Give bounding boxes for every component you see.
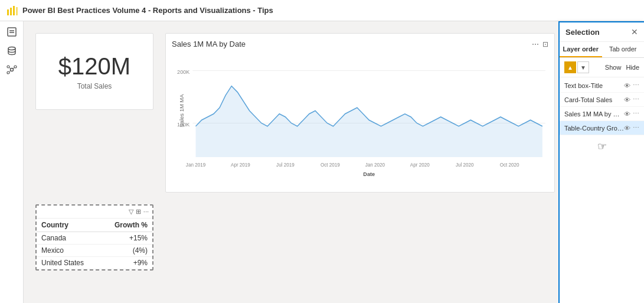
selection-tabs: Layer order Tab order (560, 42, 644, 58)
card-value: $120M (58, 53, 130, 80)
card-total-sales[interactable]: $120M Total Sales (35, 33, 153, 110)
col-growth: Growth % (100, 219, 152, 232)
cell-country-2: Mexico (37, 245, 100, 257)
arrow-group: ▲ ▼ (564, 61, 589, 73)
svg-point-11 (7, 71, 9, 74)
table-container[interactable]: ▽ ⊞ ··· Country Growth % Canada +15% (35, 204, 153, 271)
card-label: Total Sales (77, 82, 112, 90)
visibility-icon-table[interactable]: 👁 (624, 125, 630, 132)
filter-icon[interactable]: ▽ (129, 208, 133, 216)
cell-country-3: United States (37, 257, 100, 269)
hide-label: Hide (626, 64, 639, 71)
show-label: Show (605, 64, 622, 71)
svg-point-7 (8, 47, 15, 50)
data-table: Country Growth % Canada +15% Mexico (4%)… (37, 219, 152, 269)
chart-icons: ⋯ ⊡ (532, 40, 548, 48)
table-row: Canada +15% (37, 232, 152, 245)
chart-focus-icon[interactable]: ⊡ (542, 40, 548, 48)
more-icon-chart[interactable]: ⋯ (633, 110, 639, 118)
main-layout: $120M Total Sales Sales 1M MA by Date ⋯ … (0, 21, 644, 303)
svg-rect-1 (10, 8, 12, 15)
chart-container[interactable]: Sales 1M MA by Date ⋯ ⊡ Sales 1M MA 200K… (165, 33, 555, 193)
svg-text:Oct 2019: Oct 2019 (321, 162, 340, 168)
table-row: United States +9% (37, 257, 152, 269)
layer-item-table[interactable]: Table-Country Growth 👁 ⋯ (560, 121, 644, 135)
chart-title: Sales 1M MA by Date (172, 40, 246, 48)
more-icon[interactable]: ··· (143, 208, 149, 216)
hand-cursor-icon: ☞ (597, 140, 607, 153)
title-bar: Power BI Best Practices Volume 4 - Repor… (0, 0, 644, 21)
chart-body: Sales 1M MA 200K 150K Jan 2019 Apr 2019 … (172, 52, 548, 182)
layer-icons-table: 👁 ⋯ (624, 124, 639, 132)
layer-item-textbox[interactable]: Text box-Title 👁 ⋯ (560, 79, 644, 93)
table-toolbar: ▽ ⊞ ··· (37, 206, 152, 219)
more-icon-card[interactable]: ⋯ (633, 96, 639, 103)
svg-rect-3 (16, 7, 18, 15)
page-title: Power BI Best Practices Volume 4 - Repor… (22, 6, 273, 15)
selection-title: Selection (565, 28, 600, 37)
cell-growth-3: +9% (100, 257, 152, 269)
col-country: Country (37, 219, 100, 232)
svg-text:Jul 2019: Jul 2019 (276, 162, 295, 168)
visibility-icon-textbox[interactable]: 👁 (624, 82, 630, 89)
chart-more-icon[interactable]: ⋯ (532, 40, 539, 48)
more-icon-table[interactable]: ⋯ (633, 124, 639, 132)
tab-layer-order[interactable]: Layer order (560, 42, 602, 57)
move-down-button[interactable]: ▼ (577, 61, 589, 73)
layer-list: Text box-Title 👁 ⋯ Card-Total Sales 👁 ⋯ … (560, 77, 644, 159)
layer-item-card[interactable]: Card-Total Sales 👁 ⋯ (560, 93, 644, 107)
cell-country-1: Canada (37, 232, 100, 245)
svg-point-9 (7, 66, 9, 68)
export-icon[interactable]: ⊞ (136, 208, 141, 216)
svg-text:Jan 2019: Jan 2019 (186, 162, 206, 168)
layer-name-textbox: Text box-Title (564, 82, 624, 89)
svg-text:Apr 2020: Apr 2020 (410, 162, 430, 168)
close-icon[interactable]: ✕ (631, 27, 638, 37)
chart-header: Sales 1M MA by Date ⋯ ⊡ (172, 40, 548, 48)
svg-text:200K: 200K (177, 69, 190, 75)
visibility-icon-chart[interactable]: 👁 (624, 110, 630, 118)
svg-rect-0 (7, 9, 9, 15)
layer-name-table: Table-Country Growth (564, 125, 624, 132)
svg-text:150K: 150K (177, 122, 190, 128)
show-hide-labels: Show Hide (605, 64, 639, 71)
layer-name-card: Card-Total Sales (564, 96, 624, 103)
cell-growth-2: (4%) (100, 245, 152, 257)
sidebar-icon-report[interactable] (6, 26, 18, 38)
left-sidebar (0, 21, 24, 303)
svg-text:Date: Date (363, 171, 375, 177)
svg-rect-4 (8, 28, 16, 36)
layer-icons-chart: 👁 ⋯ (624, 110, 639, 118)
svg-text:Apr 2019: Apr 2019 (231, 162, 250, 168)
visibility-icon-card[interactable]: 👁 (624, 96, 630, 103)
cell-growth-1: +15% (100, 232, 152, 245)
sidebar-icon-model[interactable] (6, 64, 18, 76)
more-icon-textbox[interactable]: ⋯ (633, 82, 639, 89)
svg-rect-2 (13, 6, 15, 15)
cursor-indicator: ☞ (560, 135, 644, 158)
layer-item-chart[interactable]: Sales 1M MA by Date 👁 ⋯ (560, 107, 644, 121)
svg-text:Oct 2020: Oct 2020 (500, 162, 519, 168)
layer-name-chart: Sales 1M MA by Date (564, 110, 624, 118)
table-row: Mexico (4%) (37, 245, 152, 257)
selection-panel: Selection ✕ Layer order Tab order ▲ ▼ Sh… (558, 21, 644, 303)
svg-text:Jan 2020: Jan 2020 (365, 162, 385, 168)
svg-marker-20 (196, 86, 542, 157)
svg-point-10 (14, 66, 17, 68)
powerbi-icon (6, 5, 18, 17)
layer-icons-textbox: 👁 ⋯ (624, 82, 639, 89)
sidebar-icon-data[interactable] (6, 45, 18, 57)
move-up-button[interactable]: ▲ (564, 61, 576, 73)
svg-text:Jul 2020: Jul 2020 (456, 162, 474, 168)
canvas-area: $120M Total Sales Sales 1M MA by Date ⋯ … (24, 21, 558, 303)
selection-controls: ▲ ▼ Show Hide (560, 58, 644, 77)
selection-header: Selection ✕ (560, 22, 644, 42)
layer-icons-card: 👁 ⋯ (624, 96, 639, 103)
tab-tab-order[interactable]: Tab order (602, 42, 645, 57)
